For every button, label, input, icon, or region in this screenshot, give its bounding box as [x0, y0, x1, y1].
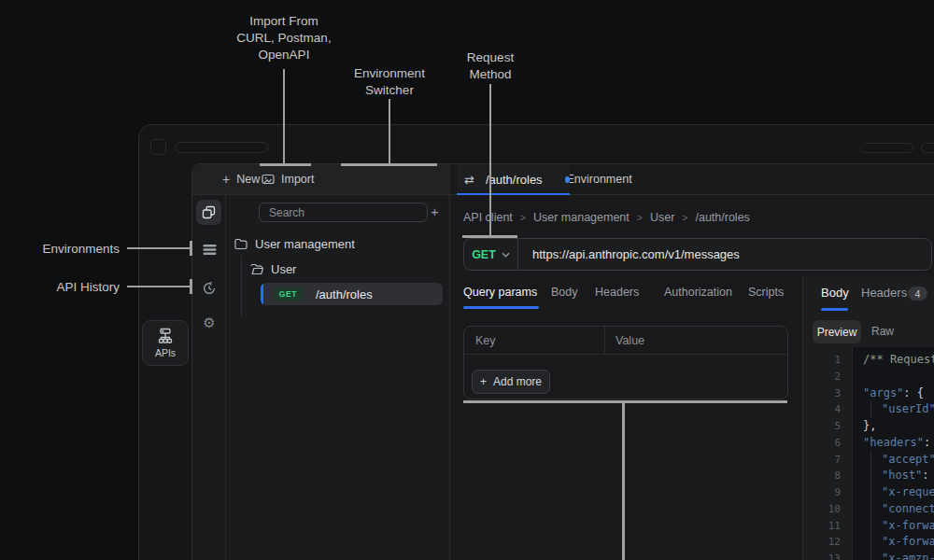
annotation-import-from: Import From CURL, Postman, OpenAPI [200, 13, 368, 63]
code-lines: /** Request"args": {"userId":},"headers"… [852, 347, 934, 560]
breadcrumb-separator: > [637, 212, 643, 223]
selected-indicator-bar [261, 283, 263, 305]
window-title-skeleton [175, 142, 268, 153]
sidebar-item-apis[interactable]: APIs [142, 320, 189, 366]
annotation-line [260, 163, 311, 166]
breadcrumb-item[interactable]: User management [533, 211, 630, 224]
swap-arrows-icon: ⇄ [464, 173, 474, 187]
environments-nav-button[interactable] [192, 244, 226, 256]
tab-scripts[interactable]: Scripts [748, 284, 784, 301]
history-clock-icon [202, 281, 217, 296]
window-header-pill-skeleton [860, 143, 913, 153]
request-tab[interactable]: ⇄ /auth/roles [457, 164, 570, 194]
request-path-label: /auth/roles [316, 287, 373, 301]
breadcrumb-item[interactable]: API client [463, 211, 513, 224]
active-request-tab-underline [463, 306, 539, 309]
value-column-header: Value [616, 334, 644, 347]
annotation-line [341, 163, 437, 166]
environments-icon [203, 244, 217, 256]
tab-query-params[interactable]: Query params [463, 284, 537, 301]
tree-folder-user-management[interactable]: User management [234, 234, 355, 253]
tab-authorization[interactable]: Authorization [664, 284, 732, 301]
collections-nav-button[interactable] [196, 200, 221, 225]
annotation-line [127, 286, 190, 287]
tree-request-auth-roles[interactable]: GET /auth/roles [261, 283, 443, 305]
annotation-environments: Environments [26, 241, 120, 258]
folder-label: User management [255, 237, 355, 251]
chevron-down-icon [502, 252, 510, 258]
method-value: GET [472, 248, 496, 261]
topbar: + New Import No Environment ⇄ /auth/role… [192, 164, 934, 195]
method-dropdown[interactable]: GET [464, 239, 518, 270]
annotation-line [389, 99, 390, 164]
settings-nav-button[interactable]: ⚙ [192, 316, 226, 330]
add-more-button[interactable]: + Add more [472, 370, 550, 394]
annotation-line [463, 400, 787, 403]
annotation-line [622, 400, 625, 560]
apis-server-icon [157, 328, 174, 344]
response-tab-headers[interactable]: Headers [861, 285, 907, 301]
key-column-header: Key [475, 334, 496, 347]
api-history-nav-button[interactable] [192, 281, 226, 296]
annotation-line [283, 69, 285, 164]
tab-body[interactable]: Body [551, 284, 578, 301]
plus-icon: + [480, 375, 487, 388]
headers-count-badge: 4 [908, 287, 927, 301]
params-table-header: Key Value [464, 327, 787, 355]
response-panel: Body Headers 4 Preview Raw 1234567891011… [802, 276, 934, 560]
preview-label: Preview [817, 326, 857, 339]
annotation-request-method: Request Method [448, 49, 532, 83]
line-numbers: 12345678910111213 [803, 347, 852, 560]
new-request-button[interactable]: + New [222, 164, 260, 194]
window-control-skeleton [150, 139, 166, 155]
screenshot-root: { "annotations": { "import_from": "Impor… [0, 0, 934, 560]
window-header-pill-skeleton [921, 143, 934, 153]
tab-headers[interactable]: Headers [595, 284, 639, 301]
breadcrumb-separator: > [682, 212, 687, 223]
panel-icon-rail: ⚙ [192, 195, 226, 560]
annotation-line [190, 279, 192, 294]
annotation-environment-switcher: Environment Switcher [333, 65, 446, 99]
tree-folder-user[interactable]: User [250, 259, 296, 278]
import-label: Import [281, 173, 314, 186]
request-tab-title: /auth/roles [486, 173, 543, 187]
folder-open-icon [250, 263, 263, 275]
breadcrumb-item[interactable]: User [650, 211, 674, 224]
annotation-line [462, 235, 517, 238]
active-response-tab-underline [821, 308, 848, 311]
query-params-table: Key Value + Add more [463, 326, 788, 399]
add-more-label: Add more [493, 375, 542, 388]
gear-icon: ⚙ [203, 316, 215, 330]
import-button[interactable]: Import [262, 164, 314, 194]
method-badge: GET [274, 287, 303, 301]
code-editor[interactable]: 12345678910111213 /** Request"args": {"u… [803, 347, 934, 560]
url-input[interactable]: https://api.anthropic.com/v1/messages [518, 247, 740, 261]
apis-label: APIs [155, 347, 176, 358]
column-divider [604, 327, 605, 355]
collections-tree-panel: + User management User GET /auth/roles [226, 195, 450, 560]
breadcrumb-item[interactable]: /auth/roles [695, 211, 749, 224]
breadcrumb: API client > User management > User > /a… [463, 210, 750, 225]
unsaved-dot-indicator [565, 176, 570, 183]
folder-icon [234, 238, 248, 250]
folder-label: User [271, 262, 296, 276]
new-label: New [236, 173, 260, 186]
add-collection-button[interactable]: + [431, 203, 439, 219]
collections-icon [202, 205, 216, 219]
annotation-api-history: API History [26, 279, 120, 296]
annotation-line [190, 241, 192, 256]
url-bar: GET https://api.anthropic.com/v1/message… [463, 238, 932, 271]
import-icon [262, 173, 275, 186]
api-client-panel: + New Import No Environment ⇄ /auth/role… [191, 163, 934, 560]
tree-indent-guide [241, 255, 242, 316]
response-tab-body[interactable]: Body [821, 285, 849, 301]
annotation-line [127, 247, 190, 249]
request-editor: API client > User management > User > /a… [450, 195, 934, 560]
breadcrumb-separator: > [520, 212, 526, 223]
plus-icon: + [222, 172, 230, 187]
annotation-line [489, 84, 491, 236]
preview-toggle-button[interactable]: Preview [813, 320, 861, 343]
raw-toggle-button[interactable]: Raw [871, 325, 894, 338]
search-input[interactable] [259, 203, 428, 222]
